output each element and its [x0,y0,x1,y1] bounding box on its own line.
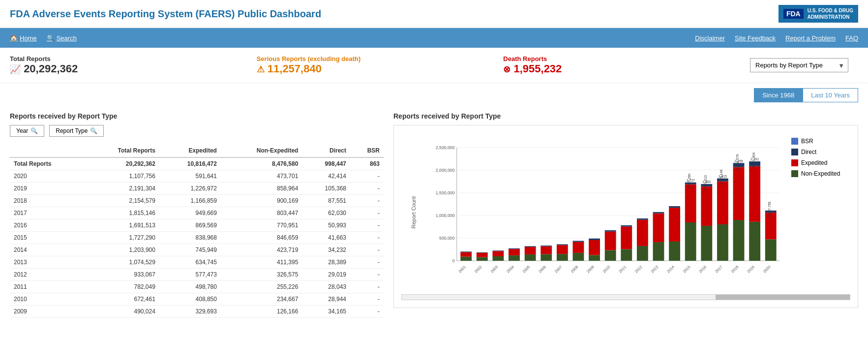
legend-item: Non-Expedited [791,170,850,177]
year-filter-button[interactable]: Year 🔍 [10,125,44,137]
bar-expedited [460,252,472,256]
bar-expedited [733,167,745,220]
nav-home[interactable]: 🏠 Home [10,30,37,47]
table-row: 2010672,461408,850234,66728,944- [10,293,384,306]
nav-faq[interactable]: FAQ [845,34,858,42]
bar-expedited [509,249,520,255]
legend-color [791,149,798,155]
bar-nonexp [701,226,712,261]
bar-nonexp [685,222,696,261]
bar-nonexp [749,222,760,261]
death-reports-label: Death Reports [503,55,750,62]
last-10-years-button[interactable]: Last 10 Years [803,88,858,102]
bar-expedited [621,226,632,249]
top-header: FDA Adverse Events Reporting System (FAE… [0,0,868,28]
col-header-bsr: BSR [350,144,384,157]
right-section: Reports received by Report Type Report C… [389,107,863,323]
bar-nonexp [573,253,584,261]
bar-total-label: 1,107,756 [768,202,771,217]
legend-item: Expedited [791,159,850,166]
nav-search[interactable]: 🔍 Search [47,30,77,47]
since-1968-button[interactable]: Since 1968 [754,88,803,102]
home-icon: 🏠 [10,34,18,42]
stats-row: Total Reports 📈 20,292,362 Serious Repor… [0,48,868,83]
legend-label: Direct [801,149,816,155]
nav-left: 🏠 Home 🔍 Search [10,30,77,47]
bar-expedited [573,242,584,253]
bar-expedited [637,220,648,246]
table-row: 20192,191,3041,226,972858,964105,368- [10,183,384,195]
search-icon: 🔍 [47,34,55,42]
bar-total-label: 1,691,513 [704,175,707,190]
x-axis-label: 2010 [602,265,611,274]
x-axis-label: 2007 [554,265,563,274]
x-axis-label: 2019 [746,265,755,274]
bar-expedited [477,253,488,257]
bar-direct [493,250,504,251]
bar-nonexp [621,249,632,261]
chart-with-yaxis: 2,500,000 2,000,000 1,500,000 1,000,000 … [433,133,784,292]
bar-expedited [685,184,696,222]
chart-scrollbar[interactable] [401,294,850,300]
legend-color [791,138,798,145]
legend-color [791,170,798,177]
legend-label: Non-Expedited [801,170,840,177]
bar-total-label: 1,727,290 [688,174,691,189]
table-section-title: Reports received by Report Type [10,112,384,120]
bar-direct [653,212,664,214]
x-axis-label: 2016 [698,265,708,274]
x-axis-label: 2002 [474,265,483,274]
legend-item: Direct [791,149,850,155]
table-row: 20171,815,146949,669803,44762,030- [10,207,384,219]
bar-nonexp [653,242,664,261]
col-header-total: Total Reports [85,144,159,157]
left-section: Reports received by Report Type Year 🔍 R… [5,107,389,323]
nav-bar: 🏠 Home 🔍 Search Disclaimer Site Feedback… [0,28,868,48]
svg-text:1,000,000: 1,000,000 [436,213,455,218]
nav-site-feedback[interactable]: Site Feedback [735,34,776,42]
bar-total-label: 2,191,304 [752,153,755,168]
x-axis-label: 2009 [586,265,595,274]
table-row: Total Reports20,292,36210,816,4728,476,5… [10,157,384,170]
main-content: Reports received by Report Type Year 🔍 R… [0,107,868,323]
col-header-nonexp: Non-Expedited [221,144,302,157]
bar-expedited [605,232,616,250]
page-title: FDA Adverse Events Reporting System (FAE… [10,8,321,20]
nav-report-problem[interactable]: Report a Problem [785,34,836,42]
filter-buttons: Year 🔍 Report Type 🔍 [10,125,384,137]
bar-nonexp [540,254,552,261]
table-row: 2009490,024329,693126,16634,165- [10,306,384,318]
search-icon-small2: 🔍 [90,127,97,134]
bar-chart-svg: 2,500,000 2,000,000 1,500,000 1,000,000 … [433,133,784,290]
fda-logo-text: U.S. FOOD & DRUGADMINISTRATION [808,7,853,20]
nav-disclaimer[interactable]: Disclaimer [695,34,725,42]
total-reports-label: Total Reports [10,55,257,62]
bar-nonexp [460,257,472,261]
bar-total-label: 2,154,579 [736,154,739,169]
serious-reports-label: Serious Reports (excluding death) [257,55,504,62]
data-table: Total Reports Expedited Non-Expedited Di… [10,144,384,318]
total-reports-block: Total Reports 📈 20,292,362 [10,55,257,75]
scroll-thumb[interactable] [716,295,850,300]
table-row: 2011782,049498,780255,22628,043- [10,281,384,293]
x-axis-label: 2006 [538,265,547,274]
bar-nonexp [765,239,777,261]
x-axis-label: 2008 [570,265,579,274]
warning-icon: ⚠ [257,64,265,74]
time-buttons-row: Since 1968 Last 10 Years [0,83,868,107]
svg-text:0: 0 [452,258,455,263]
report-type-filter-button[interactable]: Report Type 🔍 [49,125,104,137]
nav-right: Disclaimer Site Feedback Report a Proble… [695,34,858,42]
bar-direct [637,218,648,220]
error-icon: ⊗ [503,64,510,74]
x-axis-label: 2004 [506,265,515,274]
bar-nonexp [637,246,648,261]
bar-expedited [717,181,728,224]
bar-direct [509,248,520,249]
x-axis-label: 2003 [490,265,499,274]
svg-text:2,500,000: 2,500,000 [436,145,455,150]
report-type-dropdown[interactable]: Reports by Report TypeReports by Outcome… [750,58,848,72]
chart-section-title: Reports received by Report Type [393,112,858,120]
death-reports-block: Death Reports ⊗ 1,955,232 [503,55,750,75]
bar-nonexp [733,220,745,261]
